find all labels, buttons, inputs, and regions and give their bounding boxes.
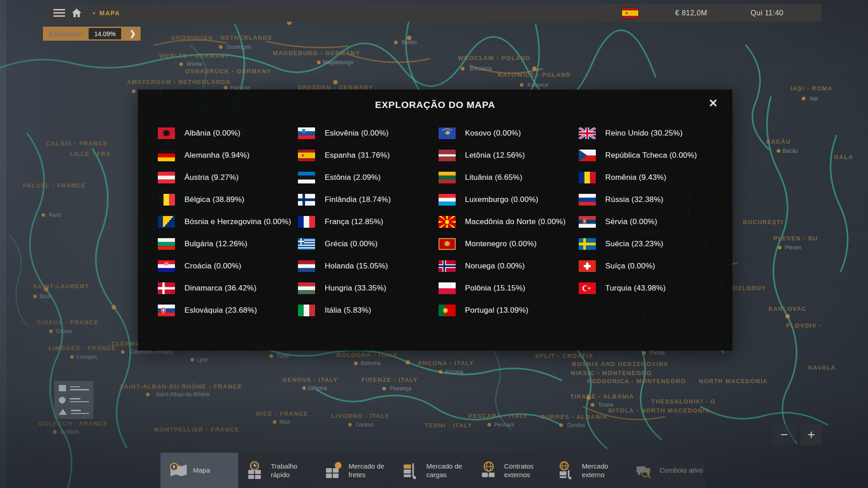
toolbar-item-label: Contratos externos [504,462,549,479]
country-label: Bósnia e Herzegovina (0.00%) [184,217,291,226]
turkey-flag-icon [579,282,596,294]
serbia-flag-icon [579,216,596,228]
map-label: ANCONA - ITALY [418,360,474,366]
map-label: Florença [390,385,411,392]
toolbar-item-convoy[interactable]: Comboio ativo [627,453,705,488]
bulgaria-flag-icon [158,238,175,250]
city-dot [382,387,386,390]
country-label: Holanda (15.05%) [325,262,388,271]
map-label: LILLE - FRA [70,150,111,157]
city-dot [461,67,464,70]
country-label: Eslováquia (23.68%) [184,306,257,315]
norway-flag-icon [439,260,456,272]
map-label: DURRËS - ALBANIA [541,413,608,420]
city-dot [778,246,782,249]
city-dot [121,350,125,354]
city-dot [190,358,194,361]
country-label: Suécia (23.23%) [605,239,664,249]
toolbar-item-label: Comboio ativo [660,466,703,475]
map-label: BUCUREŞTI [743,219,783,225]
map-label: KOZLODUY [728,285,766,291]
country-label: Rússia (32.38%) [605,195,664,204]
breadcrumb[interactable]: MAPA [99,9,120,17]
map-legend[interactable] [54,381,94,419]
map-label: TIRANË - ALBANIA [570,393,634,400]
toolbar-item-clock-grid[interactable]: Trabalho rápido [238,453,316,488]
country-label: Letônia (12.56%) [465,151,525,160]
map-label: Pleven [785,244,802,251]
map-label: Livorno [356,422,374,428]
home-icon[interactable] [66,4,87,22]
toolbar-item-globe-trolley[interactable]: Mercado externo [549,453,627,488]
country-row: Holanda (15.05%) [298,255,438,277]
country-label: Estônia (2.09%) [325,173,381,182]
time-display: Qui 11:40 [750,9,783,17]
map-label: GOLFECH - FRANCE [38,420,108,427]
czech-flag-icon [579,150,596,161]
toolbar-item-cargo-trolley[interactable]: Mercado de cargas [394,453,472,488]
city-dot [439,370,443,374]
map-label: PALUEL - FRANCE [23,182,85,189]
map-label: Breslávia [469,66,492,72]
map-label: OSNABRÜCK - GERMANY [185,68,272,75]
country-column: Eslovênia (0.00%)Espanha (31.76%)Estônia… [298,122,438,340]
map-label: Berlim [401,39,417,46]
country-row: Noruega (0.00%) [439,255,579,277]
country-label: Luxemburgo (0.00%) [465,195,538,204]
legend-square-icon [59,385,66,391]
country-label: Dinamarca (36.42%) [184,284,257,293]
finland-flag-icon [298,194,315,206]
country-row: Itália (5.83%) [298,299,438,321]
map-label: GENOVA - ITALY [283,376,338,383]
toolbar-item-map[interactable]: Mapa [160,453,238,488]
uk-flag-icon [579,127,596,139]
map-label: WROCŁAW - POLAND [458,55,530,61]
profile-flag-icon [622,8,638,19]
luxembourg-flag-icon [439,194,456,206]
denmark-flag-icon [158,282,175,294]
greece-flag-icon [298,238,315,250]
city-dot [317,61,321,64]
albania-flag-icon [158,127,175,139]
montenegro-flag-icon [439,238,456,250]
map-label: Groningen [226,44,251,50]
country-row: Polônia (15.15%) [439,277,579,299]
map-label: BOSNIA AND HERZEGOVINA [572,361,668,367]
toolbar-item-globe-grid[interactable]: Contratos externos [472,453,549,488]
map-label: MONTPELLIER - FRANCE [154,426,240,433]
city-dot [42,213,45,217]
bottom-toolbar: MapaTrabalho rápidoMercado de fretesMerc… [160,453,705,488]
country-row: Letônia (12.56%) [439,144,579,166]
country-label: Hungria (33.35%) [325,284,386,293]
toolbar-item-freight-grid[interactable]: Mercado de fretes [316,453,394,488]
clock-grid-icon [245,461,266,480]
country-label: Turquia (43.98%) [605,284,666,293]
map-label: Pernik [650,350,665,356]
country-row: Espanha (31.76%) [298,144,438,166]
austria-flag-icon [158,172,175,183]
close-icon[interactable]: ✕ [707,96,720,111]
globe-grid-icon [478,461,499,480]
country-row: Hungria (33.35%) [298,277,438,299]
country-label: Áustria (9.27%) [184,173,239,182]
city-dot [219,45,222,49]
toolbar-item-label: Mercado externo [582,462,627,479]
zoom-in-button[interactable]: + [801,424,822,445]
country-row: Portugal (13.09%) [439,299,579,321]
cargo-trolley-icon [401,461,421,480]
country-label: Bulgária (12.26%) [184,239,247,249]
expand-chevron-icon[interactable]: ❯ [129,29,136,38]
map-label: Turim [276,353,290,359]
city-dot [224,86,227,89]
zoom-out-button[interactable]: − [774,424,795,445]
breadcrumb-arrow-icon: ▸ [93,10,96,16]
map-label: LIMOGES - FRANCE [48,345,116,352]
latvia-flag-icon [439,150,456,161]
city-dot [302,386,306,390]
country-row: Estônia (2.09%) [298,166,438,188]
explored-badge[interactable]: Explorado: 14.09% ❯ [43,27,141,41]
country-label: Polônia (15.15%) [465,284,526,293]
map-label: KAVALA [808,364,835,371]
country-label: Macedônia do Norte (0.00%) [465,217,566,226]
menu-icon[interactable] [45,4,66,22]
